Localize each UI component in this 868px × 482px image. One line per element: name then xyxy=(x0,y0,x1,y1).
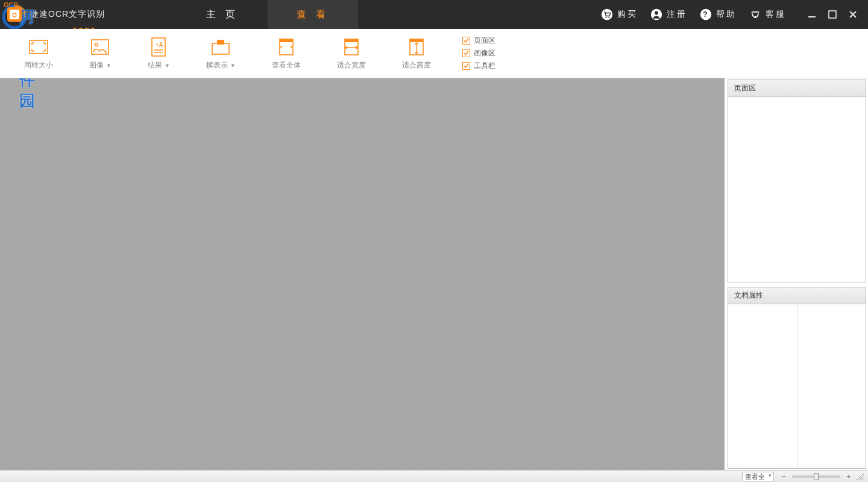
doc-props-col-key[interactable] xyxy=(728,304,797,468)
chevron-down-icon: ▼ xyxy=(165,63,170,69)
service-button[interactable]: 客服 xyxy=(743,0,792,29)
view-checkboxes: 页面区 画像区 工具栏 xyxy=(462,36,495,71)
svg-point-7 xyxy=(608,17,609,18)
horizontal-button[interactable]: 横表示▼ xyxy=(206,36,236,70)
zoom-in-button[interactable]: + xyxy=(844,472,854,481)
svg-text:?: ? xyxy=(703,10,709,19)
resize-grip-icon[interactable] xyxy=(856,472,864,481)
check-label: 页面区 xyxy=(474,36,495,46)
doc-props-header[interactable]: 文档属性 xyxy=(728,287,866,304)
zoom-out-button[interactable]: − xyxy=(779,472,788,481)
same-size-button[interactable]: 同样大小 xyxy=(24,36,53,70)
image-icon xyxy=(89,36,111,58)
result-label: 结果 xyxy=(148,60,162,70)
svg-rect-21 xyxy=(217,40,224,45)
minimize-button[interactable] xyxy=(802,0,822,29)
view-toolbar: 同样大小 图像▼ +A 结果▼ 横表示▼ 查看全体 适合宽度 适合 xyxy=(0,29,868,78)
chevron-down-icon: ▼ xyxy=(230,63,236,69)
svg-text:+A: +A xyxy=(156,42,163,48)
doc-props-panel: 文档属性 xyxy=(728,287,866,469)
chevron-down-icon: ▼ xyxy=(106,63,112,69)
svg-point-12 xyxy=(754,16,756,18)
tab-view[interactable]: 查 看 xyxy=(268,0,358,29)
view-all-icon xyxy=(275,36,297,58)
help-icon: ? xyxy=(699,8,712,21)
fit-width-label: 适合宽度 xyxy=(337,60,366,70)
tab-home[interactable]: 主 页 xyxy=(177,0,268,29)
help-label: 帮助 xyxy=(716,9,737,20)
image-button[interactable]: 图像▼ xyxy=(89,36,112,70)
svg-rect-25 xyxy=(345,39,358,42)
maximize-button[interactable] xyxy=(822,0,843,29)
result-icon: +A xyxy=(148,36,169,58)
svg-rect-27 xyxy=(410,39,423,42)
page-area-header[interactable]: 页面区 xyxy=(728,80,866,97)
check-label: 画像区 xyxy=(474,48,495,58)
horizontal-icon xyxy=(210,36,231,58)
same-size-icon xyxy=(28,36,49,58)
image-label: 图像 xyxy=(89,60,104,70)
window-controls xyxy=(802,0,863,29)
svg-point-17 xyxy=(95,43,98,46)
buy-button[interactable]: 购买 xyxy=(594,0,644,29)
statusbar: 查看全 − + xyxy=(0,470,868,482)
content-area: 页面区 文档属性 xyxy=(0,78,868,470)
canvas-area[interactable] xyxy=(0,78,725,470)
svg-rect-13 xyxy=(808,16,816,17)
fit-width-icon xyxy=(341,36,362,58)
check-label: 工具栏 xyxy=(474,61,495,71)
zoom-slider[interactable] xyxy=(792,475,840,478)
fit-width-button[interactable]: 适合宽度 xyxy=(337,36,366,70)
check-toolbar[interactable]: 工具栏 xyxy=(462,61,495,71)
page-area-body[interactable] xyxy=(728,97,866,283)
zoom-select-label: 查看全 xyxy=(745,473,765,480)
app-title: 捷速OCR文字识别 xyxy=(30,9,105,20)
doc-props-body xyxy=(728,304,866,468)
same-size-label: 同样大小 xyxy=(24,60,53,70)
buy-label: 购买 xyxy=(617,9,638,20)
page-area-panel: 页面区 xyxy=(728,80,866,283)
checkbox-icon xyxy=(462,49,470,57)
register-label: 注册 xyxy=(667,9,687,20)
app-logo-icon: O xyxy=(0,0,29,29)
fit-height-label: 适合高度 xyxy=(402,60,431,70)
svg-rect-20 xyxy=(212,43,229,54)
slider-thumb[interactable] xyxy=(814,473,819,480)
svg-point-9 xyxy=(655,11,658,15)
view-all-label: 查看全体 xyxy=(272,60,301,70)
register-button[interactable]: 注册 xyxy=(644,0,693,29)
main-tabs: 主 页 查 看 xyxy=(177,0,358,29)
close-button[interactable] xyxy=(843,0,863,29)
checkbox-icon xyxy=(462,62,470,70)
doc-props-col-val[interactable] xyxy=(797,304,866,468)
fit-height-button[interactable]: 适合高度 xyxy=(402,36,431,70)
horizontal-label: 横表示 xyxy=(206,60,228,70)
phone-icon xyxy=(749,8,762,21)
svg-text:O: O xyxy=(12,12,17,19)
fit-height-icon xyxy=(406,36,427,58)
svg-point-5 xyxy=(602,9,612,20)
user-icon xyxy=(650,8,663,21)
check-page-area[interactable]: 页面区 xyxy=(462,36,495,46)
help-button[interactable]: ? 帮助 xyxy=(693,0,743,29)
svg-point-6 xyxy=(605,17,606,18)
titlebar-actions: 购买 注册 ? 帮助 客服 xyxy=(594,0,868,29)
svg-rect-23 xyxy=(280,39,293,42)
zoom-select[interactable]: 查看全 xyxy=(742,472,774,481)
cart-icon xyxy=(600,8,614,21)
side-panels: 页面区 文档属性 xyxy=(725,78,868,470)
svg-rect-14 xyxy=(829,11,836,18)
service-label: 客服 xyxy=(766,9,786,20)
checkbox-icon xyxy=(462,37,470,45)
result-button[interactable]: +A 结果▼ xyxy=(148,36,170,70)
titlebar: OCR 河东软件园 www.pc0359.cn O 捷速OCR文字识别 主 页 … xyxy=(0,0,868,29)
check-image-area[interactable]: 画像区 xyxy=(462,48,495,58)
view-all-button[interactable]: 查看全体 xyxy=(272,36,301,70)
